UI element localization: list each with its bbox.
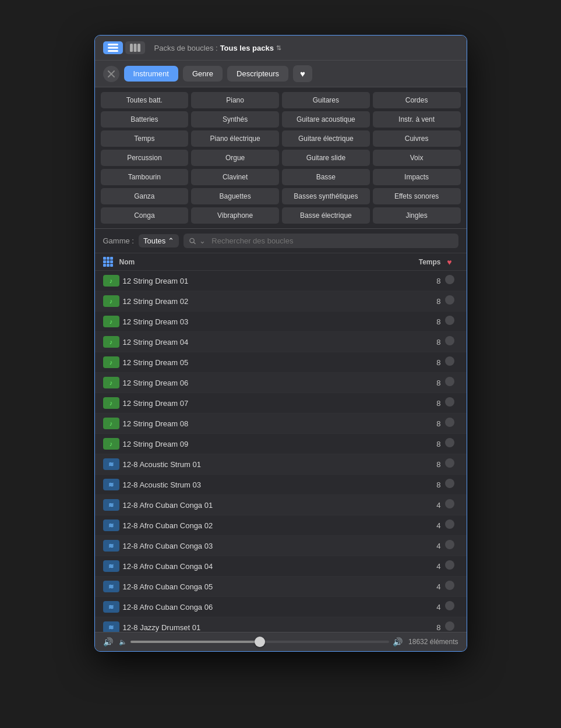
list-item[interactable]: ≋ 12-8 Acoustic Strum 01 8 [95,454,467,475]
list-item[interactable]: ♪ 12 String Dream 02 8 [95,291,467,312]
list-view-button[interactable] [103,41,123,54]
row-type-icon: ≋ [103,540,119,552]
row-name: 12-8 Acoustic Strum 01 [123,460,400,469]
svg-rect-4 [133,44,136,52]
row-favorite[interactable] [441,356,458,368]
instrument-category-button[interactable]: Effets sonores [373,188,461,204]
instrument-category-button[interactable]: Basse [282,169,370,185]
instrument-category-button[interactable]: Tambourin [101,169,189,185]
row-favorite[interactable] [441,275,458,287]
instrument-category-button[interactable]: Basses synthétiques [282,188,370,204]
list-item[interactable]: ♪ 12 String Dream 07 8 [95,393,467,414]
row-favorite[interactable] [441,397,458,409]
instrument-category-button[interactable]: Baguettes [191,188,279,204]
instrument-category-button[interactable]: Cordes [373,92,461,108]
row-tempo: 8 [400,480,441,489]
scale-dropdown[interactable]: Toutes ⌃ [139,234,179,248]
row-name: 12 String Dream 08 [123,419,400,428]
row-favorite[interactable] [441,458,458,470]
row-name: 12-8 Afro Cuban Conga 05 [123,582,400,591]
row-tempo: 8 [400,277,441,285]
list-item[interactable]: ♪ 12 String Dream 01 8 [95,271,467,291]
row-favorite[interactable] [441,560,458,572]
genre-filter-button[interactable]: Genre [183,66,223,82]
instrument-category-button[interactable]: Piano électrique [191,130,279,147]
instrument-category-button[interactable]: Guitare acoustique [282,111,370,128]
scale-label: Gamme : [103,236,134,245]
instrument-category-button[interactable]: Ganza [101,188,189,204]
descripteurs-filter-button[interactable]: Descripteurs [227,66,288,82]
row-type-icon: ♪ [103,295,119,307]
instrument-filter-button[interactable]: Instrument [124,66,178,82]
list-item[interactable]: ♪ 12 String Dream 05 8 [95,352,467,373]
row-tempo: 4 [400,521,441,530]
list-item[interactable]: ≋ 12-8 Acoustic Strum 03 8 [95,475,467,495]
row-favorite[interactable] [441,418,458,429]
svg-rect-3 [130,44,133,52]
row-name: 12-8 Acoustic Strum 03 [123,480,400,489]
instrument-category-button[interactable]: Piano [191,92,279,108]
instrument-category-button[interactable]: Guitare électrique [282,130,370,147]
row-tempo: 8 [400,419,441,428]
list-item[interactable]: ≋ 12-8 Afro Cuban Conga 04 4 [95,556,467,577]
instrument-category-button[interactable]: Temps [101,130,189,147]
list-item[interactable]: ♪ 12 String Dream 08 8 [95,414,467,434]
favorites-filter-button[interactable]: ♥ [293,65,312,82]
row-type-icon: ≋ [103,560,119,572]
instrument-category-button[interactable]: Toutes batt. [101,92,189,108]
instrument-category-button[interactable]: Batteries [101,111,189,128]
instrument-category-button[interactable]: Voix [373,150,461,166]
instrument-category-button[interactable]: Clavinet [191,169,279,185]
row-type-icon: ♪ [103,377,119,388]
filter-clear-button[interactable] [103,66,119,82]
row-favorite[interactable] [441,295,458,307]
row-favorite[interactable] [441,499,458,511]
instrument-category-button[interactable]: Jingles [373,207,461,224]
row-type-icon: ≋ [103,479,119,490]
row-type-icon: ≋ [103,601,119,613]
search-dropdown-icon: ⌄ [199,236,206,245]
list-item[interactable]: ♪ 12 String Dream 09 8 [95,434,467,454]
row-favorite[interactable] [441,520,458,531]
column-toggle-icon[interactable] [103,257,119,267]
packs-label: Packs de boucles : [154,44,218,52]
instrument-category-button[interactable]: Percussion [101,150,189,166]
row-favorite[interactable] [441,377,458,388]
instrument-category-button[interactable]: Instr. à vent [373,111,461,128]
column-view-button[interactable] [125,41,145,54]
list-item[interactable]: ♪ 12 String Dream 06 8 [95,373,467,393]
list-item[interactable]: ≋ 12-8 Afro Cuban Conga 06 4 [95,597,467,617]
list-item[interactable]: ♪ 12 String Dream 03 8 [95,312,467,332]
list-item[interactable]: ≋ 12-8 Afro Cuban Conga 02 4 [95,515,467,536]
instrument-category-button[interactable]: Conga [101,207,189,224]
volume-slider[interactable] [130,641,390,643]
row-favorite[interactable] [441,438,458,450]
row-favorite[interactable] [441,336,458,348]
instrument-category-button[interactable]: Synthés [191,111,279,128]
instrument-category-button[interactable]: Guitares [282,92,370,108]
list-item[interactable]: ≋ 12-8 Afro Cuban Conga 01 4 [95,495,467,515]
scale-search-row: Gamme : Toutes ⌃ ⌄ [95,229,467,253]
svg-rect-5 [137,44,140,52]
instrument-category-button[interactable]: Basse électrique [282,207,370,224]
row-favorite[interactable] [441,540,458,552]
packs-selector[interactable]: Packs de boucles : Tous les packs ⇅ [151,44,281,52]
row-favorite[interactable] [441,479,458,490]
instrument-category-button[interactable]: Guitare slide [282,150,370,166]
row-favorite[interactable] [441,601,458,613]
filter-row: Instrument Genre Descripteurs ♥ [95,61,467,87]
list-item[interactable]: ≋ 12-8 Jazzy Drumset 01 8 [95,617,467,632]
list-item[interactable]: ≋ 12-8 Afro Cuban Conga 05 4 [95,577,467,597]
instrument-category-button[interactable]: Impacts [373,169,461,185]
row-name: 12 String Dream 06 [123,379,400,387]
instrument-category-button[interactable]: Cuivres [373,130,461,147]
row-favorite[interactable] [441,621,458,632]
row-favorite[interactable] [441,581,458,592]
list-item[interactable]: ♪ 12 String Dream 04 8 [95,332,467,352]
row-tempo: 4 [400,582,441,591]
instrument-category-button[interactable]: Vibraphone [191,207,279,224]
list-item[interactable]: ≋ 12-8 Afro Cuban Conga 03 4 [95,536,467,556]
row-favorite[interactable] [441,316,458,327]
search-input[interactable] [211,236,452,245]
instrument-category-button[interactable]: Orgue [191,150,279,166]
